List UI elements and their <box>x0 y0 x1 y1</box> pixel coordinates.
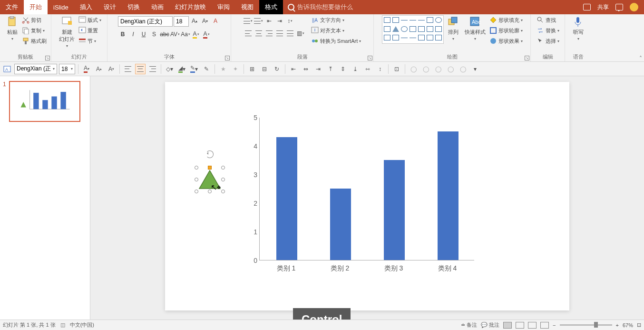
slide-canvas[interactable]: ↖✥ 012345 类别 1类别 2类别 3类别 4 <box>90 76 644 330</box>
qt-size-match[interactable]: ⊡ <box>391 64 402 74</box>
rotate-handle[interactable] <box>206 150 214 158</box>
columns-button[interactable]: ▥ <box>296 29 305 38</box>
replace-button[interactable]: 替换▾ <box>537 26 559 35</box>
resize-handle-se[interactable] <box>221 190 225 193</box>
qt-size-select[interactable]: 18▾ <box>59 64 75 74</box>
zoom-thumb[interactable] <box>594 322 598 328</box>
numbering-button[interactable] <box>254 16 263 26</box>
find-button[interactable]: 查找 <box>537 15 559 25</box>
qt-anim[interactable]: ✦ <box>230 64 241 74</box>
qt-align-b[interactable]: ⤓ <box>350 64 361 74</box>
qt-merge-5[interactable]: ◯ <box>458 64 468 74</box>
align-text-button[interactable]: 对齐文本▾ <box>311 26 361 35</box>
copy-button[interactable]: 复制▾ <box>22 26 47 35</box>
italic-button[interactable]: I <box>128 30 138 39</box>
align-center-button[interactable] <box>254 29 263 38</box>
qt-align-r[interactable]: ⇥ <box>313 64 323 74</box>
quick-styles-button[interactable]: Abc快速样式▾ <box>463 15 488 42</box>
zoom-in-button[interactable]: + <box>616 322 619 328</box>
share-icon[interactable] <box>583 4 591 10</box>
qt-more[interactable]: ▾ <box>470 64 480 74</box>
dictate-button[interactable]: 听写▾ <box>571 15 586 42</box>
font-size-input[interactable] <box>174 16 189 27</box>
slide-1-thumbnail[interactable] <box>9 81 80 122</box>
feedback-smile-icon[interactable] <box>630 3 638 11</box>
slideshow-view-button[interactable] <box>540 322 549 329</box>
notes-button[interactable]: ≐ 备注 <box>461 321 477 329</box>
paragraph-dialog-launcher[interactable]: ↘ <box>368 56 372 60</box>
resize-handle-w[interactable] <box>195 178 198 181</box>
bar-chart[interactable]: 012345 类别 1类别 2类别 3类别 4 <box>246 118 474 275</box>
adjust-handle[interactable] <box>208 166 212 170</box>
tell-me[interactable]: 告诉我你想要做什么 <box>283 0 358 14</box>
tab-slideshow[interactable]: 幻灯片放映 <box>169 0 212 14</box>
highlight-button[interactable]: A <box>191 30 201 39</box>
arrange-button[interactable]: 排列▾ <box>446 15 461 42</box>
qt-align-center[interactable] <box>135 64 146 74</box>
qt-font-select[interactable]: DengXian (正▾ <box>14 64 57 74</box>
share-label[interactable]: 共享 <box>597 3 609 11</box>
clear-formatting-button[interactable]: A <box>211 16 220 26</box>
tab-home[interactable]: 开始 <box>24 0 48 14</box>
chart-bar[interactable] <box>438 131 459 260</box>
char-spacing-button[interactable]: AV <box>170 30 180 39</box>
distribute-button[interactable] <box>285 29 295 38</box>
change-case-button[interactable]: Aa <box>181 30 190 39</box>
align-right-button[interactable] <box>264 29 274 38</box>
comments-icon[interactable] <box>615 4 623 10</box>
convert-smartart-button[interactable]: 转换为 SmartArt▾ <box>311 36 361 46</box>
qt-merge-2[interactable]: ◯ <box>420 64 431 74</box>
normal-view-button[interactable] <box>503 322 512 329</box>
qt-align-t[interactable]: ⤒ <box>325 64 336 74</box>
qt-align-l[interactable]: ⇤ <box>288 64 299 74</box>
shadow-button[interactable]: S <box>149 30 159 39</box>
section-button[interactable]: 节▾ <box>78 36 101 46</box>
collapse-ribbon-button[interactable]: ˄ <box>639 55 642 62</box>
resize-handle-sw[interactable] <box>195 190 198 193</box>
tab-design[interactable]: 设计 <box>98 0 122 14</box>
tab-file[interactable]: 文件 <box>0 0 24 14</box>
qt-rotate[interactable]: ↻ <box>272 64 282 74</box>
text-direction-button[interactable]: ||A文字方向▾ <box>311 15 361 25</box>
increase-font-button[interactable]: A▴ <box>190 16 199 26</box>
qt-dist-h[interactable]: ⇿ <box>362 64 373 74</box>
strike-button[interactable]: abc <box>160 30 169 39</box>
sorter-view-button[interactable] <box>516 322 524 329</box>
tab-transition[interactable]: 切换 <box>122 0 146 14</box>
layout-button[interactable]: 版式▾ <box>78 15 101 25</box>
justify-button[interactable] <box>275 29 284 38</box>
bold-button[interactable]: B <box>118 30 127 39</box>
qt-fill[interactable]: ◢▾ <box>176 64 187 74</box>
bullets-button[interactable] <box>244 16 253 26</box>
reading-view-button[interactable] <box>528 322 537 329</box>
slide[interactable]: ↖✥ 012345 类别 1类别 2类别 3类别 4 <box>165 82 569 310</box>
chart-bar[interactable] <box>384 160 405 260</box>
underline-button[interactable]: U <box>139 30 148 39</box>
qt-align-right[interactable] <box>147 64 158 74</box>
resize-handle-nw[interactable] <box>195 166 198 170</box>
accessibility-icon[interactable]: ◫ <box>60 322 65 328</box>
qt-merge-4[interactable]: ◯ <box>445 64 456 74</box>
tab-view[interactable]: 视图 <box>235 0 259 14</box>
zoom-slider[interactable] <box>560 324 612 326</box>
qt-font-color[interactable]: A▾ <box>81 64 92 74</box>
qt-outline[interactable]: ✎▾ <box>189 64 199 74</box>
slide-thumbnails-panel[interactable]: 1 <box>0 76 90 330</box>
decrease-indent-button[interactable]: ⇤ <box>264 16 274 26</box>
font-color-button[interactable]: A <box>202 30 211 39</box>
chart-bar[interactable] <box>330 189 351 260</box>
resize-handle-s[interactable] <box>208 190 212 193</box>
clipboard-dialog-launcher[interactable]: ↘ <box>45 56 50 60</box>
shape-outline-button[interactable]: 形状轮廓▾ <box>489 26 523 35</box>
zoom-out-button[interactable]: − <box>553 322 556 328</box>
reset-button[interactable]: 重置 <box>78 26 101 35</box>
increase-indent-button[interactable]: ⇥ <box>275 16 284 26</box>
qt-group[interactable]: ⊞ <box>247 64 257 74</box>
tab-islide[interactable]: iSlide <box>48 0 74 14</box>
qt-increase-font[interactable]: A▴ <box>94 64 104 74</box>
paste-button[interactable]: 粘贴▾ <box>5 15 20 42</box>
drawing-dialog-launcher[interactable]: ↘ <box>525 56 529 60</box>
format-painter-button[interactable]: 格式刷 <box>22 36 47 46</box>
tab-format[interactable]: 格式 <box>259 0 283 14</box>
resize-handle-ne[interactable] <box>221 166 225 170</box>
